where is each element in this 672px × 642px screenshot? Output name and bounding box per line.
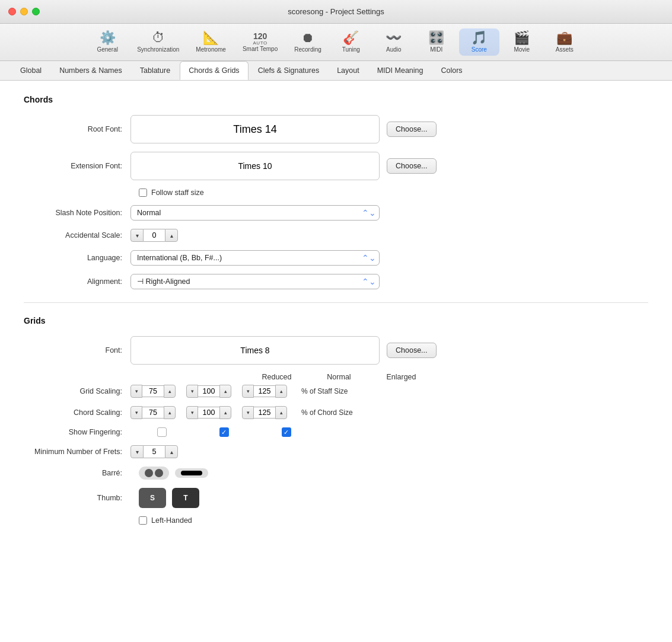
language-row: Language: International (B, Bb, F#...) ⌃… [24,250,648,266]
root-font-choose-button[interactable]: Choose... [387,122,437,137]
root-font-label: Root Font: [24,125,130,133]
grids-font-row: Font: Times 8 Choose... [24,336,648,365]
grid-scaling-normal-value: 100 [198,385,219,397]
grids-font-choose-button[interactable]: Choose... [387,343,437,358]
grid-scaling-normal-decrement[interactable]: ▾ [186,385,198,398]
thumb-symbol-t[interactable]: T [172,488,199,508]
barre-symbol-bar[interactable] [175,468,208,478]
min-frets-value: 5 [144,445,165,458]
toolbar-item-recording[interactable]: ⏺ Recording [287,28,329,56]
grid-scaling-normal-increment[interactable]: ▴ [219,385,231,398]
window-controls [8,8,40,15]
fingering-normal-col: ✓ [193,427,255,437]
toolbar-item-smart-tempo[interactable]: 120 AUTO Smart Tempo [235,29,285,55]
enlarged-header: Enlarged [370,373,432,381]
grids-font-value: Times 8 [240,346,269,355]
toolbar-item-score[interactable]: 🎵 Score [459,28,499,56]
audio-icon: 〰️ [386,31,402,44]
chord-scaling-reduced-value: 75 [142,407,164,419]
grid-scaling-reduced-increment[interactable]: ▴ [164,385,176,398]
min-frets-decrement[interactable]: ▾ [130,445,144,458]
minimize-button[interactable] [20,8,28,15]
thumb-symbol-s[interactable]: S [139,488,166,508]
toolbar-item-midi[interactable]: 🎛️ MIDI [416,28,457,56]
chord-scaling-enlarged-increment[interactable]: ▴ [275,406,287,419]
follow-staff-size-label: Follow staff size [151,189,204,197]
recording-icon: ⏺ [301,31,314,44]
toolbar-item-movie[interactable]: 🎬 Movie [502,28,542,56]
grid-scaling-reduced-decrement[interactable]: ▾ [130,385,142,398]
language-select[interactable]: International (B, Bb, F#...) [130,250,380,266]
toolbar-item-assets[interactable]: 💼 Assets [544,28,585,56]
tuning-icon: 🎸 [343,31,359,44]
tab-clefs-signatures[interactable]: Clefs & Signatures [250,62,328,79]
reduced-header: Reduced [246,373,308,381]
toolbar: ⚙️ General ⏱ Synchronization 📐 Metronome… [0,24,672,61]
chord-scaling-normal-increment[interactable]: ▴ [219,406,231,419]
slash-note-position-row: Slash Note Position: Normal ⌃⌄ [24,205,648,221]
language-label: Language: [24,254,130,262]
grid-scaling-enlarged-decrement[interactable]: ▾ [242,385,254,398]
tab-numbers-names[interactable]: Numbers & Names [51,62,130,79]
left-handed-checkbox[interactable] [139,516,147,525]
toolbar-label-score: Score [472,46,487,53]
tab-midi-meaning[interactable]: MIDI Meaning [369,62,432,79]
tab-layout[interactable]: Layout [329,62,368,79]
toolbar-item-audio[interactable]: 〰️ Audio [374,28,414,56]
alignment-label: Alignment: [24,277,130,286]
thumb-label: Thumb: [24,494,130,502]
fingering-normal-checkbox[interactable]: ✓ [219,427,229,437]
grid-scaling-enlarged-increment[interactable]: ▴ [275,385,287,398]
accidental-scale-decrement[interactable]: ▾ [130,229,144,242]
barre-label: Barré: [24,469,130,477]
grid-scaling-label: Grid Scaling: [24,387,130,395]
grid-scaling-reduced-value: 75 [142,385,164,397]
root-font-display[interactable]: Times 14 [130,115,380,143]
follow-staff-size-checkbox[interactable] [139,189,147,197]
tab-global[interactable]: Global [12,62,50,79]
alignment-select[interactable]: ⊣ Right-Aligned [130,274,380,289]
fingering-enlarged-checkbox[interactable]: ✓ [282,427,291,437]
chord-scaling-enlarged-decrement[interactable]: ▾ [242,406,254,419]
tab-chords-grids[interactable]: Chords & Grids [180,61,248,80]
left-handed-label: Left-Handed [151,516,192,525]
barre-symbol-circles[interactable] [139,467,169,480]
min-frets-stepper: ▾ 5 ▴ [130,445,178,458]
title-bar: scoresong - Project Settings [0,0,672,24]
accidental-scale-increment[interactable]: ▴ [165,229,178,242]
accidental-scale-row: Accidental Scale: ▾ 0 ▴ [24,229,648,242]
grid-scaling-controls: ▾ 75 ▴ ▾ 100 ▴ ▾ 125 ▴ % of Staff Size [130,385,348,398]
extension-font-display[interactable]: Times 10 [130,152,380,180]
smart-tempo-icon: 120 AUTO [253,32,267,46]
tab-colors[interactable]: Colors [433,62,471,79]
accidental-scale-stepper: ▾ 0 ▴ [130,229,178,242]
toolbar-item-general[interactable]: ⚙️ General [87,28,128,56]
chord-scaling-reduced-increment[interactable]: ▴ [164,406,176,419]
chord-scaling-normal-decrement[interactable]: ▾ [186,406,198,419]
assets-icon: 💼 [556,31,572,44]
toolbar-item-synchronization[interactable]: ⏱ Synchronization [130,28,186,56]
extension-font-value: Times 10 [238,161,272,171]
fingering-reduced-checkbox[interactable] [157,427,167,437]
close-button[interactable] [8,8,16,15]
chord-scaling-normal-stepper: ▾ 100 ▴ [186,406,231,419]
tab-tablature[interactable]: Tablature [132,62,179,79]
min-frets-increment[interactable]: ▴ [165,445,178,458]
grids-font-display[interactable]: Times 8 [130,336,380,365]
metronome-icon: 📐 [203,31,219,44]
extension-font-choose-button[interactable]: Choose... [387,158,437,174]
normal-header: Normal [308,373,370,381]
maximize-button[interactable] [32,8,40,15]
show-fingering-row: Show Fingering: ✓ ✓ [24,427,648,437]
slash-note-select[interactable]: Normal [130,205,380,221]
barre-row: Barré: [24,467,648,480]
toolbar-label-recording: Recording [294,46,321,53]
toolbar-item-tuning[interactable]: 🎸 Tuning [331,28,371,56]
toolbar-label-tuning: Tuning [342,46,360,53]
root-font-value: Times 14 [233,123,276,136]
chord-scaling-reduced-decrement[interactable]: ▾ [130,406,142,419]
accidental-scale-value: 0 [144,229,165,242]
language-select-wrapper: International (B, Bb, F#...) ⌃⌄ [130,250,380,266]
scaling-headers: Reduced Normal Enlarged [139,373,648,381]
toolbar-item-metronome[interactable]: 📐 Metronome [189,28,233,56]
